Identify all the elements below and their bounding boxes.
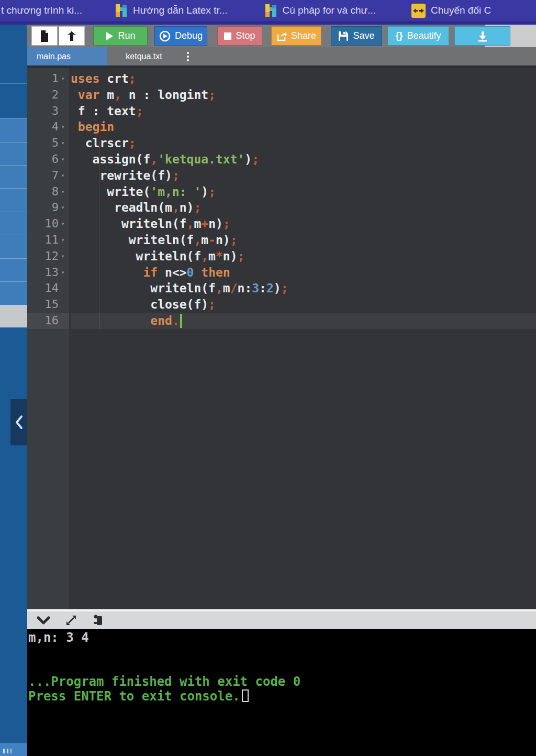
share-label: Share xyxy=(291,30,316,41)
sidebar-item[interactable] xyxy=(0,118,27,142)
code-line-2[interactable]: var m, n : longint; xyxy=(71,87,536,103)
console-menu-button[interactable] xyxy=(92,614,104,627)
code-editor[interactable]: 1▾234▾5▾6▾7▾8▾9▾10▾11▾12▾13▾141516 uses … xyxy=(27,65,536,609)
line-number: 2 xyxy=(52,87,59,103)
code-line-8[interactable]: write('m,n: '); xyxy=(71,184,536,200)
sidebar-item[interactable] xyxy=(0,258,27,281)
gutter-line-16: 16 xyxy=(27,313,69,329)
sidebar-item[interactable] xyxy=(0,281,27,305)
stop-button[interactable]: Stop xyxy=(217,26,262,46)
indent-guide xyxy=(129,138,129,330)
console-expand-button[interactable] xyxy=(65,614,77,627)
code-line-6[interactable]: assign(f,'ketqua.txt'); xyxy=(71,151,536,168)
editor-code[interactable]: uses crt; var m, n : longint; f : text; … xyxy=(71,71,536,329)
run-label: Run xyxy=(118,30,135,41)
tab-main-pas[interactable]: main.pas xyxy=(27,47,107,65)
sidebar-item[interactable] xyxy=(0,235,27,258)
line-number: 9 xyxy=(52,200,59,216)
fold-arrow-icon[interactable]: ▾ xyxy=(59,151,67,168)
play-icon xyxy=(105,31,114,41)
gutter-line-12: 12▾ xyxy=(27,248,69,265)
line-number: 13 xyxy=(45,265,59,281)
bookmark-item-2[interactable]: Hướng dẫn Latex tr... xyxy=(115,4,227,18)
console-line-5: Press ENTER to exit console. xyxy=(28,689,536,704)
sidebar-item[interactable] xyxy=(0,83,27,118)
code-line-3[interactable]: f : text; xyxy=(71,103,536,119)
fold-arrow-icon[interactable]: ▾ xyxy=(59,184,67,200)
fold-arrow-icon[interactable]: ▾ xyxy=(59,216,67,232)
chevron-down-icon xyxy=(37,616,50,624)
console-collapse-button[interactable] xyxy=(37,616,50,624)
run-button[interactable]: Run xyxy=(93,26,148,46)
tab-label: ketqua.txt xyxy=(126,52,162,61)
fold-arrow-icon[interactable]: ▾ xyxy=(59,265,67,281)
line-number: 10 xyxy=(45,216,59,232)
fold-arrow-icon[interactable]: ▾ xyxy=(59,135,67,151)
code-line-13[interactable]: if n<>0 then xyxy=(71,265,536,281)
sidebar-item[interactable] xyxy=(0,188,27,212)
code-line-15[interactable]: close(f); xyxy=(71,297,536,313)
bookmarks-bar: t chương trình ki... Hướng dẫn Latex tr.… xyxy=(0,0,536,21)
code-line-7[interactable]: rewrite(f); xyxy=(71,168,536,184)
sidebar-item[interactable] xyxy=(0,142,27,165)
console-text: m,n: 3 4 xyxy=(28,630,89,645)
gutter-line-1: 1▾ xyxy=(27,71,69,87)
gutter-line-14: 14 xyxy=(27,280,69,297)
bookmark-item-3[interactable]: Cú pháp for và chư... xyxy=(264,4,376,18)
console-cursor xyxy=(242,689,249,702)
console-line-1: m,n: 3 4 xyxy=(28,630,536,645)
save-button[interactable]: Save xyxy=(331,26,382,46)
bookmark-item-4[interactable]: Chuyển đổi C xyxy=(411,4,491,18)
download-button[interactable] xyxy=(454,26,510,46)
tab-menu-dots-icon[interactable] xyxy=(183,51,193,62)
fold-arrow-icon[interactable]: ▾ xyxy=(59,168,67,184)
code-line-14[interactable]: writeln(f,m/n:3:2); xyxy=(71,280,536,297)
sidebar-item[interactable] xyxy=(0,25,27,83)
sidebar-item[interactable] xyxy=(0,165,27,188)
swap-arrows-icon xyxy=(411,4,426,18)
sidebar-item-selected[interactable] xyxy=(0,305,27,327)
line-number: 4 xyxy=(52,119,59,135)
console-line-4: ...Program finished with exit code 0 xyxy=(28,674,536,689)
code-line-12[interactable]: writeln(f,m*n); xyxy=(71,248,536,265)
upload-button[interactable] xyxy=(59,26,85,46)
gutter-line-2: 2 xyxy=(27,87,69,103)
console-output[interactable]: m,n: 3 4...Program finished with exit co… xyxy=(27,629,536,756)
debug-label: Debug xyxy=(175,30,203,41)
code-line-4[interactable]: begin xyxy=(71,119,536,135)
sidebar-item[interactable] xyxy=(0,212,27,235)
gutter-line-13: 13▾ xyxy=(27,265,69,281)
gutter-line-5: 5▾ xyxy=(27,135,69,151)
bookmark-label: Chuyển đổi C xyxy=(431,5,491,16)
code-line-1[interactable]: uses crt; xyxy=(71,71,536,87)
stop-square-icon xyxy=(224,32,231,40)
line-number: 15 xyxy=(45,297,59,313)
code-line-16[interactable]: end. xyxy=(71,313,536,329)
browser-window: t chương trình ki... Hướng dẫn Latex tr.… xyxy=(0,0,536,756)
line-number: 5 xyxy=(52,135,59,151)
code-line-10[interactable]: writeln(f,m+n); xyxy=(71,216,536,232)
code-line-9[interactable]: readln(m,n); xyxy=(71,200,536,216)
gutter-line-3: 3 xyxy=(27,103,69,119)
sidebar-collapse-button[interactable] xyxy=(10,399,27,445)
code-line-11[interactable]: writeln(f,m-n); xyxy=(71,232,536,248)
tab-bar: main.pas ketqua.txt xyxy=(27,47,536,65)
braces-icon: {} xyxy=(395,30,403,41)
new-file-button[interactable] xyxy=(31,26,58,46)
fold-arrow-icon[interactable]: ▾ xyxy=(59,248,67,265)
upload-icon xyxy=(65,30,78,42)
share-button[interactable]: Share xyxy=(271,26,321,46)
beautify-button[interactable]: {} Beautify xyxy=(387,26,449,46)
fold-arrow-icon[interactable]: ▾ xyxy=(59,119,67,135)
tab-ketqua-txt[interactable]: ketqua.txt xyxy=(107,47,181,65)
bookmarks-bar-edge xyxy=(0,21,536,25)
left-sidebar xyxy=(0,25,27,756)
console-toolbar xyxy=(27,609,536,629)
line-number: 1 xyxy=(52,71,59,87)
fold-arrow-icon[interactable]: ▾ xyxy=(59,71,67,87)
fold-arrow-icon[interactable]: ▾ xyxy=(59,232,67,248)
debug-button[interactable]: Debug xyxy=(154,26,207,46)
fold-arrow-icon[interactable]: ▾ xyxy=(59,200,67,216)
code-line-5[interactable]: clrscr; xyxy=(71,135,536,151)
bookmark-item-1[interactable]: t chương trình ki... xyxy=(1,5,82,16)
